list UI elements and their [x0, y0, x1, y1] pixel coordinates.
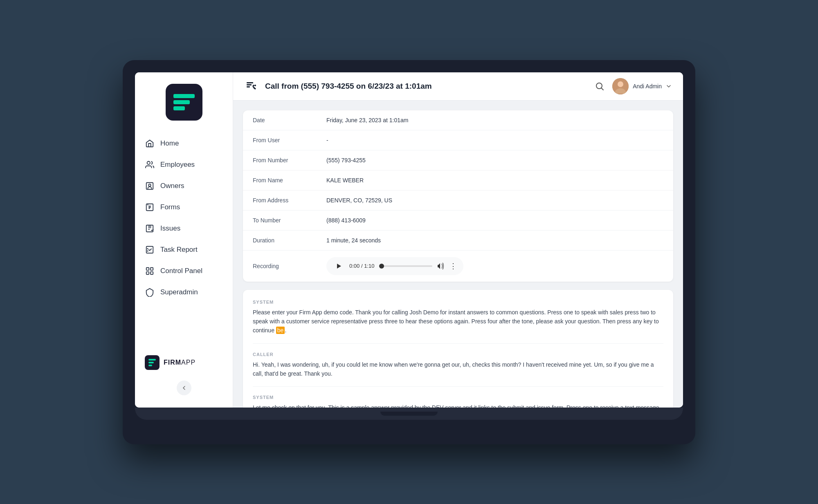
sidebar-label-issues: Issues [160, 224, 180, 233]
control-panel-icon [145, 266, 155, 276]
play-icon [336, 263, 342, 269]
brand-icon [145, 355, 160, 370]
logo-bar-3 [173, 106, 185, 110]
owners-icon [145, 181, 155, 191]
table-row: Date Friday, June 23, 2023 at 1:01am [243, 110, 673, 130]
sidebar-label-task-report: Task Report [160, 246, 198, 254]
svg-rect-12 [247, 82, 253, 83]
call-info-card: Date Friday, June 23, 2023 at 1:01am Fro… [243, 110, 673, 282]
header-left: Call from (555) 793-4255 on 6/23/23 at 1… [245, 79, 432, 94]
issues-icon [145, 224, 155, 233]
page-title: Call from (555) 793-4255 on 6/23/23 at 1… [265, 82, 432, 91]
sidebar-item-home[interactable]: Home [135, 133, 233, 154]
sidebar-item-issues[interactable]: Issues [135, 218, 233, 239]
sidebar-item-forms[interactable]: Forms [135, 197, 233, 218]
svg-rect-7 [147, 250, 148, 251]
field-label-recording: Recording [243, 250, 317, 282]
table-row: Duration 1 minute, 24 seconds [243, 230, 673, 250]
sidebar-navigation: Home Employees [135, 129, 233, 349]
brand-name: FIRMAPP [164, 359, 196, 366]
sidebar-label-control-panel: Control Panel [160, 267, 202, 275]
field-value-to-number: (888) 413-6009 [317, 210, 673, 230]
sidebar-brand: FIRMAPP [135, 349, 233, 376]
field-label-from-address: From Address [243, 190, 317, 210]
field-label-date: Date [243, 110, 317, 130]
sidebar-label-forms: Forms [160, 203, 180, 211]
sidebar-item-employees[interactable]: Employees [135, 154, 233, 175]
logo-bar-2 [173, 100, 190, 104]
user-name: Andi Admin [633, 83, 662, 90]
field-value-from-number: (555) 793-4255 [317, 150, 673, 170]
sidebar-logo [135, 72, 233, 129]
play-button[interactable] [333, 260, 344, 272]
forms-icon [145, 202, 155, 212]
speaker-label-system-1: SYSTEM [253, 300, 663, 305]
page-content-area: Date Friday, June 23, 2023 at 1:01am Fro… [233, 101, 683, 408]
field-label-duration: Duration [243, 230, 317, 250]
time-display: 0:00 / 1:10 [349, 263, 374, 269]
sidebar-label-superadmin: Superadmin [160, 288, 198, 296]
table-row: From Address DENVER, CO, 72529, US [243, 190, 673, 210]
header-right: Andi Admin [595, 78, 672, 94]
svg-point-0 [147, 161, 150, 164]
main-content: Call from (555) 793-4255 on 6/23/23 at 1… [233, 72, 683, 408]
field-label-from-user: From User [243, 130, 317, 150]
svg-rect-6 [147, 248, 148, 249]
home-icon [145, 139, 155, 148]
search-button[interactable] [595, 82, 604, 91]
transcript-section-caller: CALLER Hi. Yeah, I was wondering, uh, if… [253, 343, 663, 379]
superadmin-icon [145, 287, 155, 297]
volume-button[interactable] [437, 262, 445, 270]
transcript-section-system-1: SYSTEM Please enter your Firm App demo c… [253, 300, 663, 335]
field-label-from-number: From Number [243, 150, 317, 170]
progress-track[interactable] [379, 265, 432, 267]
transcript-text-system-1: Please enter your Firm App demo code. Th… [253, 308, 663, 335]
sidebar-item-task-report[interactable]: Task Report [135, 239, 233, 260]
laptop-bottom [135, 408, 683, 420]
sidebar-collapse-button[interactable] [177, 381, 191, 395]
sidebar-label-owners: Owners [160, 182, 184, 190]
laptop-screen: Home Employees [135, 72, 683, 408]
speaker-label-caller: CALLER [253, 352, 663, 357]
call-details-table: Date Friday, June 23, 2023 at 1:01am Fro… [243, 110, 673, 282]
svg-rect-10 [146, 271, 149, 274]
transcript-text-system-2: Let me check on that for you. This is a … [253, 403, 663, 407]
page-header: Call from (555) 793-4255 on 6/23/23 at 1… [233, 72, 683, 101]
table-row: From Number (555) 793-4255 [243, 150, 673, 170]
audio-player[interactable]: 0:00 / 1:10 [326, 257, 463, 275]
svg-rect-13 [247, 84, 252, 85]
transcript-section-system-2: SYSTEM Let me check on that for you. Thi… [253, 386, 663, 407]
volume-icon [437, 262, 445, 270]
field-label-to-number: To Number [243, 210, 317, 230]
svg-point-2 [148, 184, 151, 186]
table-row-recording: Recording 0:00 / 1:10 [243, 250, 673, 282]
speaker-label-system-2: SYSTEM [253, 395, 663, 400]
svg-point-17 [618, 81, 623, 87]
table-row: From Name KALE WEBER [243, 170, 673, 190]
svg-rect-8 [146, 267, 149, 270]
highlighted-word: be [276, 327, 285, 334]
svg-rect-14 [247, 86, 250, 87]
svg-marker-18 [337, 264, 341, 269]
field-value-from-name: KALE WEBER [317, 170, 673, 190]
field-value-from-user: - [317, 130, 673, 150]
logo-bar-1 [173, 94, 195, 98]
field-value-from-address: DENVER, CO, 72529, US [317, 190, 673, 210]
task-report-icon [145, 245, 155, 255]
sidebar-item-owners[interactable]: Owners [135, 175, 233, 197]
avatar [612, 78, 629, 94]
transcript-text-caller: Hi. Yeah, I was wondering, uh, if you co… [253, 360, 663, 379]
more-options-button[interactable]: ⋮ [449, 262, 457, 271]
sidebar-item-control-panel[interactable]: Control Panel [135, 260, 233, 282]
sidebar-item-superadmin[interactable]: Superadmin [135, 282, 233, 303]
laptop-frame: Home Employees [123, 60, 695, 444]
transcript-card: SYSTEM Please enter your Firm App demo c… [243, 290, 673, 408]
laptop-notch [380, 412, 438, 416]
progress-indicator [379, 264, 384, 269]
svg-rect-9 [151, 267, 153, 270]
field-value-date: Friday, June 23, 2023 at 1:01am [317, 110, 673, 130]
employees-icon [145, 160, 155, 170]
user-profile[interactable]: Andi Admin [612, 78, 672, 94]
chevron-down-icon [666, 83, 672, 89]
field-label-from-name: From Name [243, 170, 317, 190]
